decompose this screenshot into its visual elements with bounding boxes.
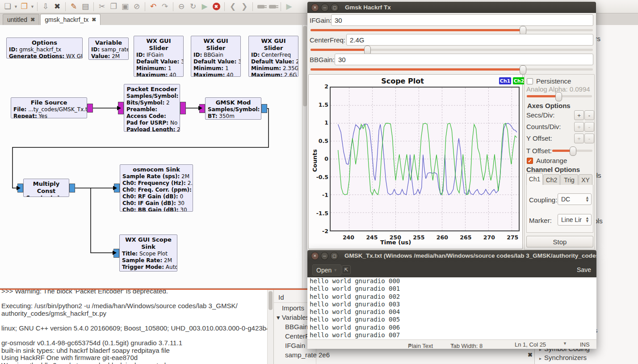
file-source-block-out-port[interactable] [87, 104, 93, 113]
wx-gui-scope-sink-block-in-port[interactable] [113, 249, 119, 258]
variable-row-BBGain[interactable]: BBGain [285, 323, 308, 331]
centerfreq-label: CenterFreq: [310, 36, 345, 44]
print-icon[interactable]: ▤ [80, 1, 91, 12]
cut-icon[interactable]: ✂ [96, 1, 108, 12]
minimize-icon[interactable]: ─ [321, 252, 329, 260]
tree-item-Synchronizers[interactable]: ▸Synchronizers [539, 354, 587, 361]
reload-icon[interactable]: ↻ [187, 1, 199, 12]
ifgain-input[interactable]: 30 [331, 14, 593, 26]
tab-gmsk_hackrf_tx[interactable]: gmsk_hackrf_tx✖ [40, 14, 101, 25]
t-offset-slider[interactable] [552, 150, 592, 152]
packet-encoder-block-out-port[interactable] [180, 102, 186, 114]
close-window-icon[interactable]: ✖ [51, 1, 63, 12]
close-icon[interactable]: ✕ [311, 4, 319, 12]
bbgain-input[interactable]: 30 [335, 54, 593, 65]
plus-button[interactable]: + [574, 122, 584, 132]
new-document-icon[interactable]: ⇱ [342, 265, 351, 274]
gedit-text-area[interactable]: hello world gnuradio 000hello world gnur… [307, 277, 596, 339]
undo-icon[interactable]: ↶ [147, 1, 159, 12]
wx-gui-slider-bbgain-block[interactable]: WX GUI SliderID: BBGainDefault Value: 30… [191, 36, 241, 77]
text-line: hello world gnuradio 007 [307, 331, 596, 339]
console-scrollbar[interactable] [267, 290, 274, 364]
wx-gui-scope-sink-block[interactable]: WX GUI Scope SinkTitle: Scope PlotSample… [119, 234, 177, 272]
disable-block-icon[interactable] [255, 1, 267, 12]
variable-row-Imports[interactable]: Imports [282, 304, 304, 312]
gedit-titlebar[interactable]: ✕ ─ ▢ GMSK_Tx.txt (Windows /media/han/Wi… [307, 250, 596, 261]
save-button[interactable]: Save [577, 264, 591, 275]
minus-button[interactable]: - [584, 122, 594, 132]
osmocom-sink-block-in-port[interactable] [114, 184, 120, 192]
y-tick-label: -0.5 [312, 174, 328, 180]
minus-button[interactable]: - [584, 110, 594, 120]
execute-icon[interactable]: ▶ [199, 1, 210, 12]
osmocom-sink-block[interactable]: osmocom SinkSample Rate (sps): 2MCh0: Fr… [120, 164, 193, 212]
channel-tab-Ch2[interactable]: Ch2 [543, 174, 560, 185]
rotate-ccw-icon[interactable]: ❮ [227, 1, 239, 12]
canvas-scrollbar[interactable] [302, 25, 307, 288]
variable-row-IFGain[interactable]: IFGain [285, 342, 305, 349]
rotate-cw-icon[interactable]: ❯ [239, 1, 250, 12]
close-icon[interactable]: ✕ [311, 252, 319, 260]
kill-icon[interactable]: ✖ [210, 1, 222, 12]
enable-block-icon[interactable] [267, 1, 278, 12]
centerfreq-input[interactable]: 2.4G [346, 34, 593, 46]
file-source-block[interactable]: File SourceFile: ...ty_codes/GMSK_Tx.txt… [11, 97, 87, 118]
packet-encoder-block-in-port[interactable] [118, 102, 124, 114]
open-dropdown-icon[interactable]: ▼ [30, 1, 35, 12]
channel-tab-Ch1[interactable]: Ch1 [526, 173, 543, 185]
gmsk-window-titlebar[interactable]: ✕ ─ ▢ Gmsk Hackrf Tx [307, 2, 596, 13]
paste-icon[interactable]: ▣ [119, 1, 131, 12]
chevron-down-icon[interactable]: ▼ [563, 341, 567, 346]
delete-icon[interactable]: ⊘ [131, 1, 143, 12]
variable-row-Variables[interactable]: ▾ Variables [277, 314, 309, 322]
gmsk-mod-block[interactable]: GMSK ModSamples/Symbol: 2BT: 350m [205, 97, 261, 120]
tab-close-icon[interactable]: ✖ [92, 17, 96, 23]
tab-close-icon[interactable]: ✖ [30, 17, 35, 23]
scope-controls-panel: Persistence Analog Alpha: 0.0994 Axes Op… [524, 74, 595, 250]
console-line: built-in sink types: uhd hackrf bladerf … [0, 347, 273, 355]
analog-alpha-slider[interactable] [527, 95, 592, 97]
minus-button[interactable]: - [584, 134, 594, 143]
wx-gui-slider-ifgain-block[interactable]: WX GUI SliderID: IFGainDefault Value: 30… [134, 36, 184, 77]
new-flowgraph-icon[interactable]: ❏ [2, 1, 13, 12]
multiply-const-block[interactable]: Multiply ConstConstant: 1 [23, 179, 69, 197]
variable-samp-rate-block[interactable]: VariableID: samp_rateValue: 2M [88, 38, 129, 60]
minimize-icon[interactable]: ─ [321, 4, 329, 12]
stop-button[interactable]: Stop [526, 236, 593, 247]
errors-icon[interactable]: ⊖ [176, 1, 187, 12]
maximize-icon[interactable]: ▢ [331, 4, 339, 12]
screen-capture-icon[interactable]: ✎ [68, 1, 80, 12]
execute2-icon[interactable]: ▶ [283, 1, 295, 12]
coupling-dropdown[interactable]: DC▲▼ [558, 193, 592, 205]
wx-gui-slider-centerfreq-block[interactable]: WX GUI SliderID: CenterFreqDefault Value… [248, 36, 298, 77]
variable-remove-icon[interactable]: ✖ [528, 351, 533, 358]
channel-tab-XY[interactable]: XY [579, 174, 592, 185]
copy-icon[interactable]: ❐ [108, 1, 119, 12]
channel-tab-Trig[interactable]: Trig [560, 174, 578, 185]
packet-encoder-block[interactable]: Packet EncoderSamples/Symbol: 2Bits/Symb… [124, 84, 180, 132]
variable-value[interactable]: 2e6 [319, 351, 330, 359]
x-tick-label: 260 [433, 234, 451, 241]
centerfreq-slider[interactable] [311, 49, 593, 51]
save-flowgraph-icon[interactable]: ⇩ [40, 1, 51, 12]
gmsk-mod-block-in-port[interactable] [199, 104, 205, 113]
plus-button[interactable]: + [574, 134, 584, 143]
console-line: Warning: the blks2 packet_encoder block … [0, 362, 273, 364]
redo-icon[interactable]: ↷ [159, 1, 171, 12]
plus-button[interactable]: + [574, 110, 584, 120]
variable-row-samp_rate[interactable]: samp_rate [285, 351, 317, 359]
maximize-icon[interactable]: ▢ [330, 252, 338, 260]
open-flowgraph-icon[interactable]: ❐ [18, 1, 30, 12]
tab-untitled[interactable]: untitled✖ [3, 14, 39, 25]
open-button[interactable]: Open ▼ [312, 264, 341, 276]
autorange-checkbox[interactable]: ✓ [527, 158, 533, 164]
marker-dropdown[interactable]: Line Lir▲▼ [558, 214, 592, 226]
options-block[interactable]: OptionsID: gmsk_hackrf_txGenerate Option… [6, 38, 83, 59]
persistence-checkbox[interactable] [527, 78, 533, 84]
bbgain-slider[interactable] [311, 68, 593, 71]
multiply-const-block-out-port[interactable] [69, 184, 75, 192]
new-dropdown-icon[interactable]: ▼ [13, 1, 18, 12]
ifgain-slider[interactable] [311, 29, 593, 31]
multiply-const-block-in-port[interactable] [17, 184, 23, 192]
gmsk-mod-block-out-port[interactable] [261, 104, 267, 113]
